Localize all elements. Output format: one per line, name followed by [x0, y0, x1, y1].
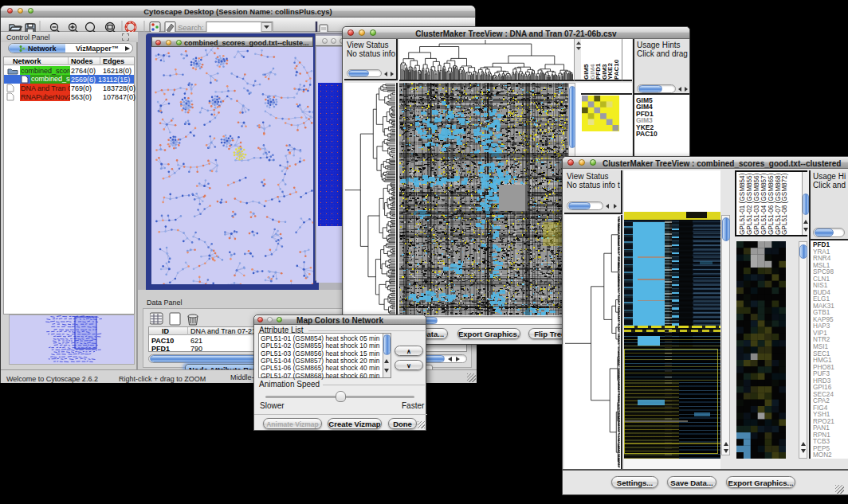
svg-text:Search:: Search: [178, 23, 204, 32]
